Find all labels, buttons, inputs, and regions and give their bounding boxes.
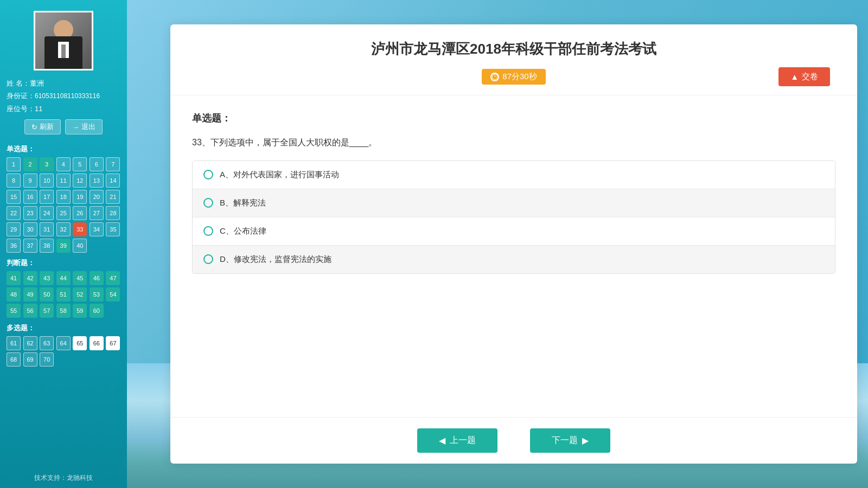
exam-card: 泸州市龙马潭区2018年科级干部任前考法考试 ⏱ 87分30秒 ▲ 交卷 单选题… [170, 24, 857, 464]
exam-meta: ⏱ 87分30秒 ▲ 交卷 [192, 67, 835, 86]
single-q-12[interactable]: 12 [73, 174, 87, 188]
single-q-23[interactable]: 23 [23, 206, 37, 220]
sidebar-action-buttons: ↻ 刷新 → 退出 [24, 119, 103, 134]
judge-q-50[interactable]: 50 [40, 287, 54, 301]
submit-button[interactable]: ▲ 交卷 [778, 67, 830, 86]
exam-body: 单选题： 33、下列选项中，属于全国人大职权的是____。 A、对外代表国家，进… [170, 95, 857, 417]
option-D[interactable]: D、修改宪法，监督宪法的实施 [193, 246, 835, 273]
single-q-28[interactable]: 28 [106, 206, 120, 220]
multi-q-63[interactable]: 63 [40, 336, 54, 350]
multi-q-69[interactable]: 69 [23, 352, 37, 367]
multi-q-64[interactable]: 64 [56, 336, 71, 350]
judge-q-59[interactable]: 59 [73, 304, 87, 318]
single-q-15[interactable]: 15 [7, 190, 21, 204]
multi-q-67[interactable]: 67 [106, 336, 120, 350]
single-q-17[interactable]: 17 [40, 190, 54, 204]
single-q-32[interactable]: 32 [56, 222, 71, 236]
single-q-35[interactable]: 35 [106, 222, 120, 236]
single-q-20[interactable]: 20 [90, 190, 104, 204]
judge-q-41[interactable]: 41 [7, 271, 21, 285]
single-q-10[interactable]: 10 [40, 174, 54, 188]
single-q-24[interactable]: 24 [40, 206, 54, 220]
judge-q-60[interactable]: 60 [90, 304, 104, 318]
single-q-37[interactable]: 37 [23, 239, 37, 253]
single-q-4[interactable]: 4 [56, 157, 71, 171]
exam-section-title: 单选题： [192, 112, 835, 125]
judge-q-52[interactable]: 52 [73, 287, 87, 301]
single-q-14[interactable]: 14 [106, 174, 120, 188]
single-q-27[interactable]: 27 [90, 206, 104, 220]
multi-q-68[interactable]: 68 [7, 352, 21, 367]
judge-question-grid: 4142434445464748495051525354555657585960 [7, 271, 120, 318]
multi-q-65[interactable]: 65 [73, 336, 87, 350]
single-q-21[interactable]: 21 [106, 190, 120, 204]
judge-q-42[interactable]: 42 [23, 271, 37, 285]
single-q-22[interactable]: 22 [7, 206, 21, 220]
single-q-11[interactable]: 11 [56, 174, 71, 188]
exam-header: 泸州市龙马潭区2018年科级干部任前考法考试 ⏱ 87分30秒 ▲ 交卷 [170, 24, 857, 95]
single-q-30[interactable]: 30 [23, 222, 37, 236]
single-q-7[interactable]: 7 [106, 157, 120, 171]
multi-q-70[interactable]: 70 [40, 352, 54, 367]
single-q-26[interactable]: 26 [73, 206, 87, 220]
single-q-31[interactable]: 31 [40, 222, 54, 236]
radio-A [203, 170, 213, 179]
upload-icon: ▲ [790, 72, 799, 81]
judge-q-44[interactable]: 44 [56, 271, 71, 285]
single-q-25[interactable]: 25 [56, 206, 71, 220]
next-icon: ▶ [582, 435, 589, 446]
single-q-38[interactable]: 38 [40, 239, 54, 253]
multi-q-62[interactable]: 62 [23, 336, 37, 350]
judge-q-45[interactable]: 45 [73, 271, 87, 285]
refresh-icon: ↻ [31, 123, 37, 131]
judge-q-48[interactable]: 48 [7, 287, 21, 301]
single-q-29[interactable]: 29 [7, 222, 21, 236]
single-q-3[interactable]: 3 [40, 157, 54, 171]
single-q-16[interactable]: 16 [23, 190, 37, 204]
single-q-33[interactable]: 33 [73, 222, 87, 236]
single-q-39[interactable]: 39 [56, 239, 71, 253]
radio-B [203, 198, 213, 208]
single-q-36[interactable]: 36 [7, 239, 21, 253]
single-q-9[interactable]: 9 [23, 174, 37, 188]
single-q-19[interactable]: 19 [73, 190, 87, 204]
timer-badge: ⏱ 87分30秒 [482, 69, 545, 85]
option-A[interactable]: A、对外代表国家，进行国事活动 [193, 161, 835, 189]
judge-q-49[interactable]: 49 [23, 287, 37, 301]
judge-q-47[interactable]: 47 [106, 271, 120, 285]
single-q-6[interactable]: 6 [90, 157, 104, 171]
multi-question-grid: 61626364656667686970 [7, 336, 120, 367]
prev-icon: ◀ [439, 435, 445, 446]
user-id: 身份证：610531108110333116 [7, 89, 120, 102]
exam-footer: ◀ 上一题 下一题 ▶ [170, 417, 857, 464]
exit-button[interactable]: → 退出 [65, 119, 103, 134]
single-q-5[interactable]: 5 [73, 157, 87, 171]
next-button[interactable]: 下一题 ▶ [530, 428, 610, 453]
refresh-button[interactable]: ↻ 刷新 [24, 119, 61, 134]
single-question-grid: 1234567891011121314151617181920212223242… [7, 157, 120, 253]
option-C[interactable]: C、公布法律 [193, 217, 835, 246]
user-info: 姓 名：董洲 身份证：610531108110333116 座位号：11 [7, 77, 120, 115]
single-q-8[interactable]: 8 [7, 174, 21, 188]
option-B[interactable]: B、解释宪法 [193, 189, 835, 217]
prev-button[interactable]: ◀ 上一题 [417, 428, 497, 453]
exam-title: 泸州市龙马潭区2018年科级干部任前考法考试 [192, 40, 835, 59]
judge-q-54[interactable]: 54 [106, 287, 120, 301]
judge-q-56[interactable]: 56 [23, 304, 37, 318]
single-q-1[interactable]: 1 [7, 157, 21, 171]
judge-q-55[interactable]: 55 [7, 304, 21, 318]
judge-q-51[interactable]: 51 [56, 287, 71, 301]
multi-section-label: 多选题： [7, 323, 120, 333]
judge-q-57[interactable]: 57 [40, 304, 54, 318]
multi-q-66[interactable]: 66 [90, 336, 104, 350]
judge-q-53[interactable]: 53 [90, 287, 104, 301]
single-q-40[interactable]: 40 [73, 239, 87, 253]
multi-q-61[interactable]: 61 [7, 336, 21, 350]
judge-q-43[interactable]: 43 [40, 271, 54, 285]
single-q-18[interactable]: 18 [56, 190, 71, 204]
judge-q-58[interactable]: 58 [56, 304, 71, 318]
single-q-2[interactable]: 2 [23, 157, 37, 171]
single-q-13[interactable]: 13 [90, 174, 104, 188]
single-q-34[interactable]: 34 [90, 222, 104, 236]
judge-q-46[interactable]: 46 [90, 271, 104, 285]
